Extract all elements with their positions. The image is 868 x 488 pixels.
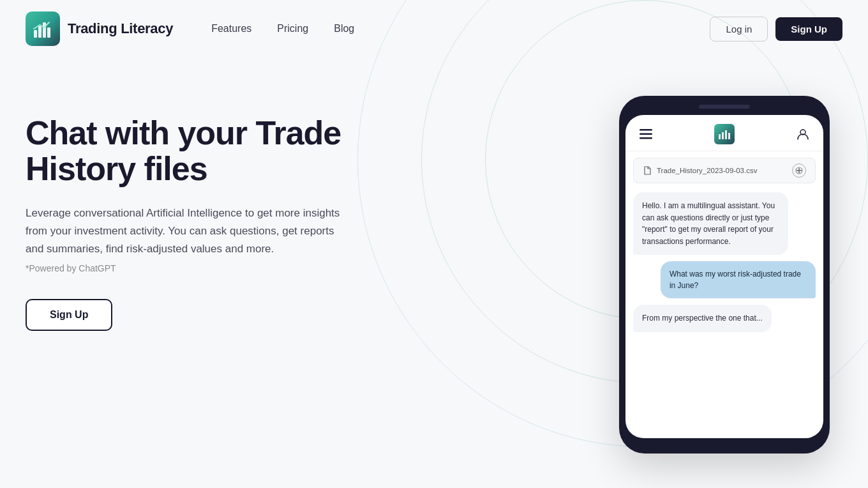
- file-icon: [643, 166, 652, 175]
- nav-actions: Log in Sign Up: [710, 17, 842, 42]
- user-message-1: What was my worst risk-adjusted trade in…: [661, 261, 816, 298]
- phone-app-logo: [714, 124, 735, 144]
- nav-blog[interactable]: Blog: [334, 23, 354, 34]
- file-name: Trade_History_2023-09-03.csv: [657, 167, 757, 174]
- login-button[interactable]: Log in: [710, 17, 768, 42]
- hero-left: Chat with your Trade History files Lever…: [26, 96, 396, 331]
- logo-svg: [31, 17, 54, 40]
- svg-rect-5: [640, 129, 652, 131]
- phone-mockup: Trade_History_2023-09-03.csv Hello. I am…: [619, 96, 830, 454]
- hero-title: Chat with your Trade History files: [26, 115, 357, 187]
- menu-icon[interactable]: [637, 125, 655, 143]
- svg-rect-2: [38, 26, 41, 38]
- navbar: Trading Literacy Features Pricing Blog L…: [0, 0, 868, 57]
- hero-right: Trade_History_2023-09-03.csv Hello. I am…: [396, 96, 842, 454]
- svg-rect-9: [722, 132, 724, 139]
- profile-icon[interactable]: [794, 125, 812, 143]
- svg-rect-3: [43, 22, 46, 38]
- ai-message-2: From my perspective the one that...: [633, 305, 772, 332]
- file-chip: Trade_History_2023-09-03.csv: [633, 158, 816, 183]
- svg-rect-6: [640, 133, 652, 135]
- hero-section: Chat with your Trade History files Lever…: [0, 57, 868, 488]
- signup-button-nav[interactable]: Sign Up: [775, 17, 842, 41]
- hero-powered-by: *Powered by ChatGPT: [26, 263, 396, 273]
- logo-link[interactable]: Trading Literacy: [26, 11, 173, 46]
- logo-icon: [26, 11, 60, 46]
- nav-features[interactable]: Features: [211, 23, 251, 34]
- hero-description: Leverage conversational Artificial Intel…: [26, 204, 345, 258]
- add-file-button[interactable]: [792, 164, 806, 178]
- phone-chat-area: Trade_History_2023-09-03.csv Hello. I am…: [625, 151, 823, 438]
- svg-rect-8: [719, 134, 721, 139]
- svg-rect-4: [47, 27, 50, 38]
- brand-name: Trading Literacy: [68, 20, 173, 37]
- hero-signup-button[interactable]: Sign Up: [26, 299, 112, 331]
- ai-message-1: Hello. I am a multilingual assistant. Yo…: [633, 192, 788, 255]
- svg-rect-10: [725, 130, 727, 139]
- svg-rect-7: [640, 137, 652, 139]
- phone-topbar: [625, 115, 823, 151]
- phone-notch: [699, 105, 750, 109]
- nav-links: Features Pricing Blog: [211, 23, 710, 34]
- svg-rect-1: [34, 30, 37, 38]
- nav-pricing[interactable]: Pricing: [277, 23, 308, 34]
- svg-rect-11: [728, 133, 730, 139]
- phone-screen: Trade_History_2023-09-03.csv Hello. I am…: [625, 115, 823, 438]
